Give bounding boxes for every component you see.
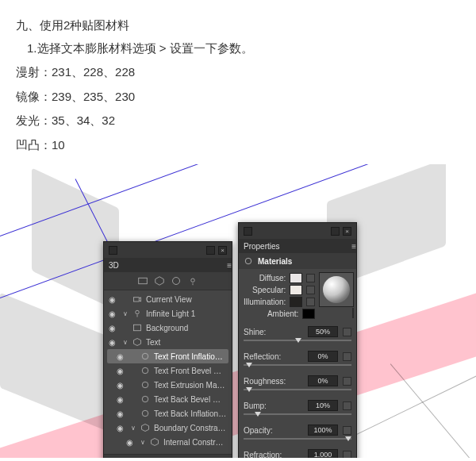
slider-thumb[interactable] <box>246 387 252 392</box>
slider-value[interactable]: 50% <box>308 326 338 337</box>
swatch-illumination[interactable] <box>290 297 302 307</box>
slider-value[interactable]: 1.000 <box>308 449 338 458</box>
slider-value[interactable]: 10% <box>308 400 338 411</box>
tree-item-label: Text Front Inflation Material <box>154 352 227 361</box>
tree-item[interactable]: ◉∨Internal Constraint 2_Text <box>107 435 228 449</box>
slider-track[interactable] <box>244 438 351 444</box>
filter-scene-icon[interactable] <box>138 276 148 286</box>
material-preview[interactable] <box>319 272 354 307</box>
tree-item-label: Text Front Bevel Material <box>154 367 227 375</box>
texture-picker-icon[interactable] <box>343 328 351 336</box>
slider-value[interactable]: 0% <box>308 375 338 386</box>
texture-picker-icon[interactable] <box>306 298 315 306</box>
filter-light-icon[interactable] <box>188 276 198 286</box>
tree-item[interactable]: ◉Current View <box>107 292 228 306</box>
visibility-toggle-icon[interactable]: ◉ <box>109 324 118 332</box>
svg-point-6 <box>136 310 140 314</box>
svg-point-13 <box>142 396 148 402</box>
svg-point-10 <box>142 353 148 359</box>
close-icon[interactable]: × <box>218 246 227 255</box>
screenshot-stage: × 3D ≡ ◉Current View◉∨Infinite Light 1◉B… <box>0 164 476 458</box>
disclosure-icon[interactable]: ∨ <box>130 425 136 432</box>
mesh-icon <box>140 423 150 432</box>
section-title: Materials <box>258 257 292 266</box>
disclosure-icon[interactable]: ∨ <box>122 310 129 317</box>
visibility-toggle-icon[interactable]: ◉ <box>117 409 126 418</box>
swatch-diffuse[interactable] <box>290 273 302 283</box>
tree-item-label: Text <box>146 338 227 347</box>
tree-item-label: Current View <box>146 295 227 304</box>
slider-thumb[interactable] <box>246 363 252 367</box>
panel-menu-icon[interactable]: ≡ <box>227 261 232 270</box>
trash-icon[interactable] <box>216 457 225 458</box>
swatch-specular[interactable] <box>290 285 302 295</box>
svg-point-2 <box>173 278 180 285</box>
slider-value[interactable]: 0% <box>308 351 338 362</box>
visibility-toggle-icon[interactable]: ◉ <box>117 395 126 404</box>
texture-picker-icon[interactable] <box>343 377 351 386</box>
texture-picker-icon[interactable] <box>343 451 351 459</box>
slider-label: Refraction: <box>244 451 303 459</box>
tab-properties[interactable]: Properties <box>244 242 280 251</box>
panel-3d-titlebar[interactable]: × <box>104 242 232 258</box>
texture-picker-icon[interactable] <box>343 401 351 410</box>
tree-item[interactable]: ◉Text Back Inflation Material <box>107 406 228 421</box>
tree-item[interactable]: ◉∨Text <box>107 335 228 349</box>
tree-item[interactable]: ◉Background <box>107 321 228 335</box>
slider-value[interactable]: 100% <box>308 425 338 436</box>
visibility-toggle-icon[interactable]: ◉ <box>117 381 126 390</box>
tree-item[interactable]: ◉Text Back Bevel Material <box>107 392 228 406</box>
visibility-toggle-icon[interactable]: ◉ <box>126 438 136 447</box>
label-diffuse: Diffuse: <box>244 274 286 282</box>
swatch-ambient[interactable] <box>302 309 315 319</box>
new-layer-icon[interactable] <box>200 457 209 458</box>
param-emission: 发光：35、34、32 <box>16 109 460 133</box>
sphere-icon <box>323 276 350 303</box>
slider-thumb[interactable] <box>345 436 351 441</box>
svg-marker-9 <box>134 339 141 346</box>
visibility-toggle-icon[interactable]: ◉ <box>109 309 118 318</box>
slider-track[interactable] <box>244 389 351 395</box>
minimize-icon[interactable] <box>206 246 215 255</box>
texture-picker-icon[interactable] <box>306 286 315 294</box>
svg-rect-8 <box>134 325 141 331</box>
collapse-icon[interactable] <box>244 227 252 236</box>
tree-item[interactable]: ◉Text Extrusion Material <box>107 378 228 392</box>
slider-track[interactable] <box>244 340 351 346</box>
slider-label: Bump: <box>244 401 303 410</box>
tab-3d[interactable]: 3D <box>109 261 119 270</box>
texture-picker-icon[interactable] <box>343 426 351 435</box>
texture-picker-icon[interactable] <box>306 274 315 282</box>
texture-picker-icon[interactable] <box>343 352 351 361</box>
close-icon[interactable]: × <box>343 227 351 236</box>
slider-thumb[interactable] <box>295 338 301 343</box>
tree-item[interactable]: ◉Text Front Inflation Material <box>107 349 228 363</box>
tree-item[interactable]: ◉Text Front Bevel Material <box>107 363 228 378</box>
tree-item[interactable]: ◉∨Boundary Constraint 1_Text <box>107 421 228 435</box>
panel-properties-titlebar[interactable]: × <box>239 223 356 239</box>
light-icon <box>132 309 142 318</box>
visibility-toggle-icon[interactable]: ◉ <box>117 424 126 432</box>
disclosure-icon[interactable]: ∨ <box>140 439 146 446</box>
filter-material-icon[interactable] <box>171 276 181 286</box>
filter-mesh-icon[interactable] <box>155 276 164 286</box>
label-ambient: Ambient: <box>244 309 298 318</box>
slider-track[interactable] <box>244 364 351 371</box>
materials-icon <box>244 256 253 266</box>
panel-menu-icon[interactable]: ≡ <box>351 242 356 251</box>
visibility-toggle-icon[interactable]: ◉ <box>109 338 118 347</box>
visibility-toggle-icon[interactable]: ◉ <box>109 295 118 304</box>
slider-thumb[interactable] <box>255 412 261 417</box>
text-3d-fragment <box>0 293 111 433</box>
panel-properties[interactable]: × Properties ≡ Materials Diffuse: Specul… <box>238 222 357 458</box>
minimize-icon[interactable] <box>331 227 340 236</box>
preview-menu-icon[interactable] <box>352 308 354 318</box>
visibility-toggle-icon[interactable]: ◉ <box>117 352 126 361</box>
slider-track[interactable] <box>244 413 351 420</box>
panel-3d[interactable]: × 3D ≡ ◉Current View◉∨Infinite Light 1◉B… <box>103 241 232 458</box>
tree-item-label: Internal Constraint 2_Text <box>163 438 227 447</box>
tree-item[interactable]: ◉∨Infinite Light 1 <box>107 306 228 321</box>
disclosure-icon[interactable]: ∨ <box>122 339 129 346</box>
collapse-icon[interactable] <box>109 246 117 255</box>
visibility-toggle-icon[interactable]: ◉ <box>117 367 126 375</box>
